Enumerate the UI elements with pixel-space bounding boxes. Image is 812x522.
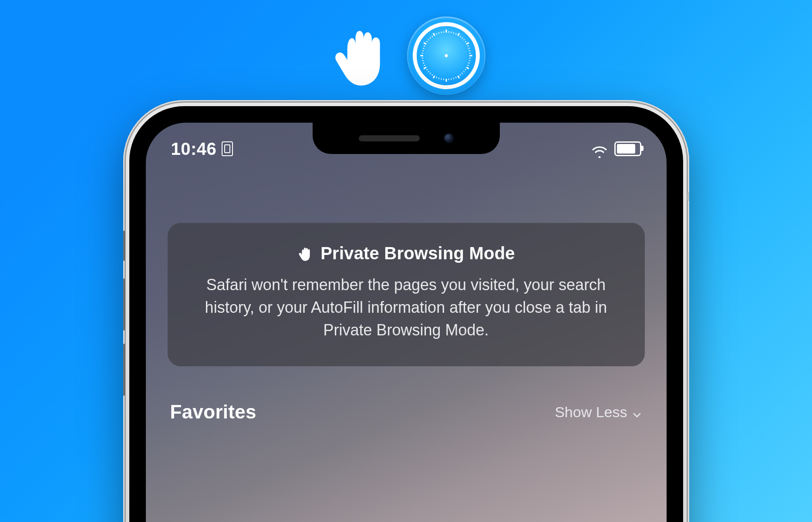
svg-line-7: [462, 37, 462, 39]
svg-line-26: [455, 77, 456, 78]
favorites-heading: Favorites: [170, 401, 256, 423]
svg-line-2: [451, 32, 451, 33]
svg-line-58: [441, 32, 441, 33]
svg-line-18: [468, 63, 469, 63]
svg-line-12: [468, 48, 469, 49]
svg-line-23: [462, 73, 462, 74]
svg-line-42: [423, 63, 424, 63]
svg-line-39: [426, 69, 428, 70]
svg-line-17: [468, 60, 470, 61]
private-browsing-card: Private Browsing Mode Safari won't remem…: [168, 223, 645, 366]
svg-line-35: [433, 76, 435, 78]
svg-line-32: [441, 78, 441, 80]
chevron-down-icon: [632, 407, 642, 417]
svg-line-41: [424, 65, 425, 66]
status-time: 10:46: [171, 139, 217, 159]
front-camera: [444, 134, 454, 143]
battery-icon: [614, 141, 641, 156]
svg-line-34: [436, 77, 437, 78]
antenna-band: [687, 192, 689, 201]
svg-line-40: [424, 67, 426, 69]
svg-line-27: [453, 77, 454, 79]
svg-line-25: [458, 76, 459, 78]
hand-icon: [327, 22, 395, 90]
svg-line-10: [466, 43, 468, 44]
promo-canvas: 10:46: [0, 0, 812, 522]
svg-line-33: [438, 77, 439, 79]
svg-line-13: [468, 50, 470, 51]
mute-switch: [123, 231, 125, 261]
svg-line-9: [465, 41, 466, 42]
show-less-label: Show Less: [555, 404, 627, 421]
svg-line-36: [431, 74, 432, 76]
wifi-icon: [591, 142, 608, 155]
svg-line-5: [458, 33, 459, 36]
svg-line-8: [463, 39, 465, 40]
hand-icon: [297, 245, 313, 262]
svg-line-22: [463, 71, 465, 72]
svg-line-21: [465, 69, 466, 70]
svg-line-52: [428, 39, 429, 40]
svg-line-43: [422, 60, 423, 61]
iphone-device-frame: 10:46: [123, 100, 689, 522]
notch: [313, 123, 500, 154]
safari-compass-icon: [407, 17, 485, 95]
favorites-header-row: Favorites Show Less: [170, 401, 642, 423]
svg-line-4: [455, 33, 456, 34]
private-browsing-description: Safari won't remember the pages you visi…: [191, 274, 621, 342]
svg-line-48: [423, 48, 424, 49]
svg-line-19: [467, 65, 468, 66]
sim-card-icon: [222, 141, 233, 156]
svg-line-56: [436, 33, 437, 34]
svg-line-57: [438, 32, 439, 33]
svg-line-51: [426, 41, 428, 42]
svg-line-47: [422, 50, 423, 51]
banner-icons: [327, 17, 485, 95]
svg-line-24: [460, 74, 461, 76]
svg-marker-60: [446, 44, 458, 56]
svg-line-11: [467, 46, 468, 46]
svg-line-38: [428, 71, 429, 72]
svg-line-28: [451, 78, 451, 80]
svg-line-20: [466, 67, 468, 69]
svg-point-62: [445, 54, 448, 57]
svg-line-50: [424, 43, 426, 44]
svg-line-37: [430, 73, 431, 74]
svg-line-3: [453, 32, 454, 33]
volume-up-button: [123, 278, 125, 331]
svg-line-55: [433, 33, 435, 36]
svg-line-49: [424, 46, 425, 46]
svg-marker-61: [434, 56, 446, 67]
svg-line-6: [460, 36, 461, 37]
svg-line-54: [431, 36, 432, 37]
svg-line-53: [430, 37, 431, 39]
phone-screen: 10:46: [146, 123, 667, 522]
earpiece-speaker: [359, 135, 420, 141]
private-browsing-title: Private Browsing Mode: [320, 244, 515, 263]
show-less-toggle[interactable]: Show Less: [555, 404, 642, 421]
volume-down-button: [123, 344, 125, 396]
